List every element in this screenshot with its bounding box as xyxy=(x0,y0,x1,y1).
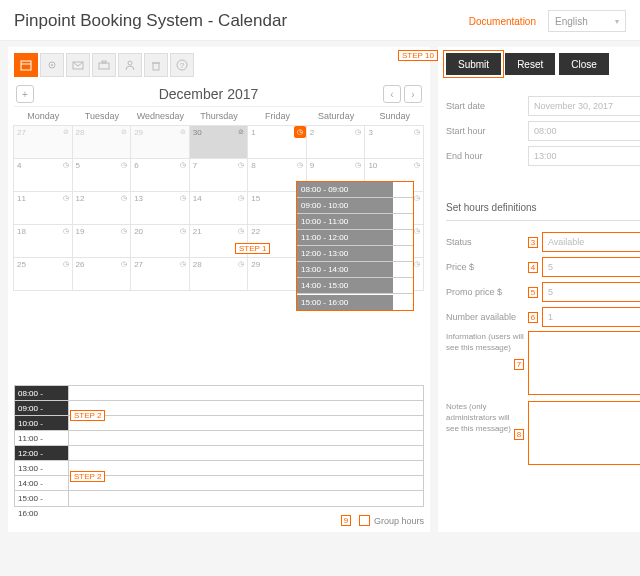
popup-hour[interactable]: 09:00 - 10:00 xyxy=(297,198,393,213)
dow-mon: Monday xyxy=(14,111,73,121)
svg-rect-5 xyxy=(99,63,109,69)
popup-hour[interactable]: 08:00 - 09:00 xyxy=(297,182,393,197)
day-cell[interactable]: 19◷ xyxy=(72,224,132,258)
next-month-button[interactable]: › xyxy=(404,85,422,103)
end-hour-input[interactable]: 13:00 xyxy=(528,146,640,166)
group-hours-label: Group hours xyxy=(374,516,424,526)
prev-month-button[interactable]: ‹ xyxy=(383,85,401,103)
end-hour-label: End hour xyxy=(446,151,528,161)
submit-button[interactable]: Submit xyxy=(446,53,501,75)
day-cell[interactable]: 20◷ xyxy=(130,224,190,258)
svg-rect-6 xyxy=(102,61,106,63)
day-cell[interactable]: 11◷ xyxy=(13,191,73,225)
dow-tue: Tuesday xyxy=(73,111,132,121)
hour-row[interactable]: 15:00 - 16:00 xyxy=(15,491,69,506)
step-9-num: 9 xyxy=(341,515,351,526)
briefcase-icon[interactable] xyxy=(92,53,116,77)
close-button[interactable]: Close xyxy=(559,53,609,75)
mail-icon[interactable] xyxy=(66,53,90,77)
status-label: Status xyxy=(446,237,528,247)
hour-row[interactable]: 13:00 - 14:00 xyxy=(15,461,69,475)
promo-input[interactable]: 5 xyxy=(542,282,640,302)
step-1-label: STEP 1 xyxy=(235,243,270,254)
step-3-num: 3 xyxy=(528,237,538,248)
svg-text:?: ? xyxy=(180,61,185,70)
popup-hour[interactable]: 15:00 - 16:00 xyxy=(297,295,393,310)
help-icon[interactable]: ? xyxy=(170,53,194,77)
section-title: Set hours definitions xyxy=(446,202,537,213)
step-8-num: 8 xyxy=(514,429,524,440)
add-month-button[interactable]: + xyxy=(16,85,34,103)
step-6-num: 6 xyxy=(528,312,538,323)
step-4-num: 4 xyxy=(528,262,538,273)
day-cell[interactable]: 14◷ xyxy=(189,191,249,225)
day-cell[interactable]: 28◷ xyxy=(189,257,249,291)
status-select[interactable]: Available xyxy=(542,232,640,252)
popup-hour[interactable]: 12:00 - 13:00 xyxy=(297,246,393,261)
day-cell[interactable]: 2◷ xyxy=(306,125,366,159)
day-cell-prev[interactable]: 30⊘ xyxy=(189,125,249,159)
group-hours-checkbox[interactable] xyxy=(359,515,370,526)
step-5-num: 5 xyxy=(528,287,538,298)
number-input[interactable]: 1 xyxy=(542,307,640,327)
start-hour-input[interactable]: 08:00 xyxy=(528,121,640,141)
hours-popup[interactable]: 08:00 - 09:0009:00 - 10:0010:00 - 11:001… xyxy=(296,181,414,311)
step-10-label: STEP 10 xyxy=(398,50,438,61)
number-label: Number available xyxy=(446,312,528,322)
step-2-label-b: STEP 2 xyxy=(70,471,105,482)
calendar-icon[interactable] xyxy=(14,53,38,77)
price-input[interactable]: 5 xyxy=(542,257,640,277)
day-cell-prev[interactable]: 27⊘ xyxy=(13,125,73,159)
notes-textarea[interactable] xyxy=(528,401,640,465)
hour-row[interactable]: 10:00 - 11:00 xyxy=(15,416,69,430)
dow-thu: Thursday xyxy=(190,111,249,121)
doc-link[interactable]: Documentation xyxy=(469,16,536,27)
day-cell-prev[interactable]: 28⊘ xyxy=(72,125,132,159)
step-7-num: 7 xyxy=(514,359,524,370)
day-cell[interactable]: 27◷ xyxy=(130,257,190,291)
step-2-label-a: STEP 2 xyxy=(70,410,105,421)
day-cell[interactable]: 18◷ xyxy=(13,224,73,258)
hour-row[interactable]: 08:00 - 09:00 xyxy=(15,386,69,400)
popup-hour[interactable]: 14:00 - 15:00 xyxy=(297,278,393,293)
day-cell[interactable]: 7◷ xyxy=(189,158,249,192)
price-label: Price $ xyxy=(446,262,528,272)
hour-row[interactable]: 12:00 - 13:00 xyxy=(15,446,69,460)
day-cell[interactable]: 26◷ xyxy=(72,257,132,291)
hour-row[interactable]: 14:00 - 15:00 xyxy=(15,476,69,490)
language-select[interactable]: English xyxy=(548,10,626,32)
info-textarea[interactable] xyxy=(528,331,640,395)
svg-rect-0 xyxy=(21,61,31,70)
day-cell[interactable]: 3◷ xyxy=(364,125,424,159)
svg-point-3 xyxy=(51,64,53,66)
calendar-title: December 2017 xyxy=(159,86,259,102)
start-hour-label: Start hour xyxy=(446,126,528,136)
hour-row[interactable]: 09:00 - 10:00 xyxy=(15,401,69,415)
promo-label: Promo price $ xyxy=(446,287,528,297)
svg-rect-8 xyxy=(153,63,159,70)
day-cell[interactable]: 25◷ xyxy=(13,257,73,291)
users-icon[interactable] xyxy=(118,53,142,77)
dow-sat: Saturday xyxy=(307,111,366,121)
reset-button[interactable]: Reset xyxy=(505,53,555,75)
start-date-input[interactable]: November 30, 2017 xyxy=(528,96,640,116)
day-cell-prev[interactable]: 29⊘ xyxy=(130,125,190,159)
dow-sun: Sunday xyxy=(365,111,424,121)
hour-row[interactable]: 11:00 - 12:00 xyxy=(15,431,69,445)
popup-hour[interactable]: 10:00 - 11:00 xyxy=(297,214,393,229)
day-cell[interactable]: 13◷ xyxy=(130,191,190,225)
start-date-label: Start date xyxy=(446,101,528,111)
popup-hour[interactable]: 11:00 - 12:00 xyxy=(297,230,393,245)
day-cell[interactable]: 5◷ xyxy=(72,158,132,192)
gear-icon[interactable] xyxy=(40,53,64,77)
day-cell[interactable]: 6◷ xyxy=(130,158,190,192)
dow-wed: Wednesday xyxy=(131,111,190,121)
day-cell[interactable]: 4◷ xyxy=(13,158,73,192)
svg-point-7 xyxy=(128,61,132,65)
day-cell[interactable]: 12◷ xyxy=(72,191,132,225)
day-cell[interactable]: 1◷ xyxy=(247,125,307,159)
trash-icon[interactable] xyxy=(144,53,168,77)
dow-fri: Friday xyxy=(248,111,307,121)
popup-hour[interactable]: 13:00 - 14:00 xyxy=(297,262,393,277)
page-title: Pinpoint Booking System - Calendar xyxy=(14,11,287,31)
